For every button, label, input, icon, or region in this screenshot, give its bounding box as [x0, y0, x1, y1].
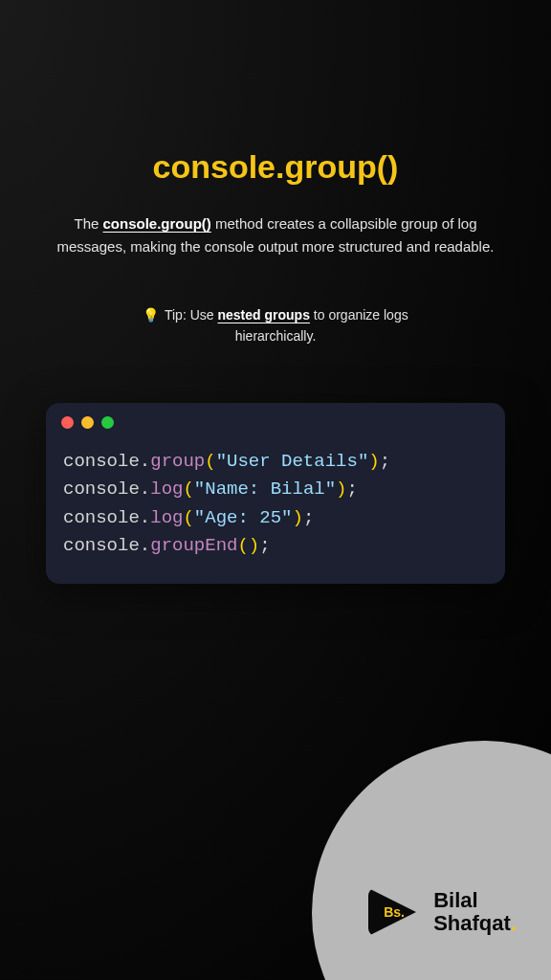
code-keyword: console.group()	[103, 215, 211, 232]
tip-text: 💡 Tip: Use nested groups to organize log…	[0, 304, 551, 347]
decorative-circle	[312, 741, 551, 980]
brand-badge-text: Bs.	[384, 904, 405, 920]
brand-badge-icon: Bs.	[368, 888, 424, 936]
lightbulb-icon: 💡	[143, 307, 159, 323]
code-window: console.group("User Details"); console.l…	[46, 403, 505, 584]
code-line: console.log("Name: Bilal");	[63, 476, 488, 503]
maximize-icon	[101, 416, 114, 429]
main-content: console.group() The console.group() meth…	[0, 0, 551, 584]
window-traffic-lights	[46, 403, 505, 442]
code-line: console.groupEnd();	[63, 532, 488, 560]
description-text: The console.group() method creates a col…	[0, 212, 551, 258]
code-line: console.log("Age: 25");	[63, 504, 488, 532]
code-block: console.group("User Details"); console.l…	[46, 442, 505, 584]
page-title: console.group()	[0, 148, 551, 186]
minimize-icon	[81, 416, 94, 429]
brand-name: Bilal Shafqat.	[433, 889, 517, 935]
code-line: console.group("User Details");	[63, 448, 488, 476]
brand-logo: Bs. Bilal Shafqat.	[368, 888, 517, 936]
tip-keyword: nested groups	[217, 307, 309, 323]
close-icon	[61, 416, 74, 429]
